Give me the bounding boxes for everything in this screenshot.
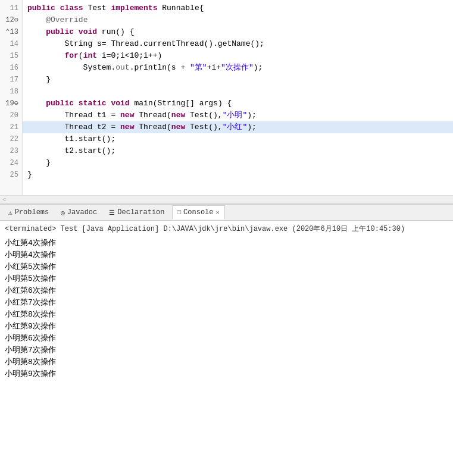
horizontal-scrollbar[interactable]: < xyxy=(0,195,453,203)
code-line-21: Thread t2 = new Thread(new Test(),"小红"); xyxy=(23,121,453,133)
console-output-7: 小红第8次操作 xyxy=(5,309,448,321)
console-output-5: 小红第6次操作 xyxy=(5,285,448,297)
code-line-19: public static void main(String[] args) { xyxy=(23,98,453,109)
code-line-26 xyxy=(23,181,453,193)
code-line-24: } xyxy=(23,157,453,169)
console-panel: <terminated> Test [Java Application] D:\… xyxy=(0,221,453,383)
console-icon: □ xyxy=(177,209,182,216)
tab-declaration-label: Declaration xyxy=(117,208,164,217)
code-line-17: } xyxy=(23,74,453,86)
console-output-10: 小明第7次操作 xyxy=(5,345,448,356)
code-line-23: t2.start(); xyxy=(23,145,453,157)
console-close[interactable]: ✕ xyxy=(216,209,220,216)
console-output-1: 小红第4次操作 xyxy=(5,237,448,249)
code-line-12: @Override xyxy=(23,14,453,26)
tab-declaration[interactable]: ☰ Declaration xyxy=(104,205,169,220)
console-output-4: 小明第5次操作 xyxy=(5,273,448,285)
code-line-25: } xyxy=(23,169,453,181)
code-lines[interactable]: public class Test implements Runnable{ @… xyxy=(23,0,453,195)
tab-javadoc[interactable]: ◎ Javadoc xyxy=(56,205,102,220)
code-line-20: Thread t1 = new Thread(new Test(),"小明"); xyxy=(23,109,453,121)
console-output-12: 小明第9次操作 xyxy=(5,368,448,380)
tab-problems-label: Problems xyxy=(15,208,49,217)
code-line-15: for(int i=0;i<10;i++) xyxy=(23,50,453,62)
tab-console[interactable]: □ Console ✕ xyxy=(172,205,225,220)
tab-problems[interactable]: ⚠ Problems xyxy=(4,205,54,220)
problems-icon: ⚠ xyxy=(8,209,13,217)
tab-console-label: Console xyxy=(183,208,213,217)
code-line-14: String s= Thread.currentThread().getName… xyxy=(23,38,453,50)
tab-javadoc-label: Javadoc xyxy=(67,208,97,217)
code-line-13: public void run() { xyxy=(23,26,453,38)
console-output-11: 小明第8次操作 xyxy=(5,356,448,368)
bottom-tabs: ⚠ Problems ◎ Javadoc ☰ Declaration □ Con… xyxy=(0,204,453,221)
javadoc-icon: ◎ xyxy=(61,209,65,217)
editor-area: 11 12⊖ ⌃13 14 15 16 17 18 19⊖ 20 21 22 2… xyxy=(0,0,453,204)
console-output-6: 小红第7次操作 xyxy=(5,297,448,309)
console-output-9: 小明第6次操作 xyxy=(5,333,448,345)
console-output-3: 小红第5次操作 xyxy=(5,261,448,273)
line-numbers: 11 12⊖ ⌃13 14 15 16 17 18 19⊖ 20 21 22 2… xyxy=(0,0,23,195)
declaration-icon: ☰ xyxy=(109,209,115,217)
console-header: <terminated> Test [Java Application] D:\… xyxy=(5,223,448,235)
code-line-16: System.out.println(s + "第"+i+"次操作"); xyxy=(23,62,453,74)
console-output-2: 小明第4次操作 xyxy=(5,249,448,261)
code-line-11: public class Test implements Runnable{ xyxy=(23,2,453,14)
code-line-22: t1.start(); xyxy=(23,133,453,145)
console-output-8: 小红第9次操作 xyxy=(5,321,448,333)
code-line-18 xyxy=(23,86,453,98)
